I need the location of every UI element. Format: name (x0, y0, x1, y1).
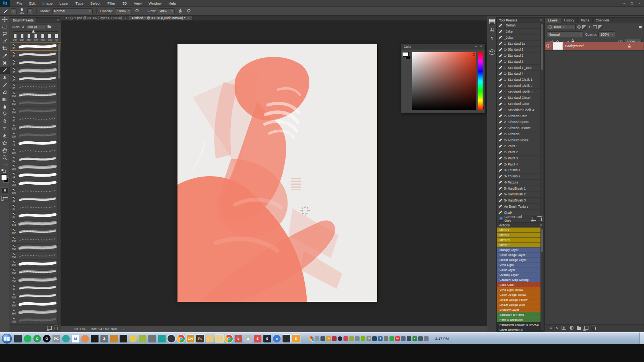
tray-icon[interactable]: S (378, 336, 383, 341)
layer-row[interactable]: Background (545, 42, 644, 51)
layers-panel-tab[interactable]: History (561, 18, 578, 23)
action-row[interactable]: Mirror< (497, 228, 541, 232)
brush-preset-row[interactable]: 90 (10, 115, 61, 123)
menu-item[interactable]: View (130, 0, 145, 7)
healing-brush-tool[interactable] (0, 59, 10, 67)
tray-icon[interactable] (407, 336, 411, 341)
document-tab[interactable]: Untitled-1 @ 33.3% (Quick Mask/8) * × (129, 16, 192, 20)
tray-icon[interactable] (401, 336, 406, 341)
status-options-arrow[interactable]: › (123, 327, 124, 331)
pixel-filter-icon[interactable] (577, 25, 581, 29)
start-button[interactable] (2, 334, 12, 344)
brush-preset-row[interactable]: 33 (10, 203, 61, 211)
action-row[interactable]: Mirror> (497, 233, 541, 237)
eraser-tool[interactable] (0, 88, 10, 96)
brush-preset-row[interactable]: 900 (10, 252, 61, 260)
action-row[interactable]: Color Dodge Yellow (497, 292, 541, 297)
action-row[interactable]: Layer Stroked (2) (497, 327, 541, 331)
action-row[interactable]: Selection to Paths (497, 312, 541, 317)
airbrush-toggle-icon[interactable] (177, 8, 183, 14)
brush-preset-row[interactable]: 236 (10, 292, 61, 300)
brush-column-preset[interactable]: 150 (26, 34, 32, 41)
brush-column-preset[interactable]: 90 (54, 34, 59, 41)
tool-preset-row[interactable]: 2- Airbrush Specs (497, 119, 541, 125)
brush-preset-row[interactable]: 400 (10, 187, 61, 195)
brush-preset-row[interactable]: 60 (10, 75, 61, 83)
styles-panel-icon[interactable] (487, 17, 497, 26)
taskbar-app-icon[interactable] (14, 335, 22, 342)
tool-preset-picker[interactable]: ∨ (11, 8, 16, 14)
tool-preset-row[interactable]: 2- Airbrush Hard (497, 113, 541, 119)
action-row[interactable]: Overlay Layer (497, 272, 541, 277)
taskbar-app-icon[interactable]: S (254, 335, 261, 342)
brush-preset-row[interactable]: 600 (10, 276, 61, 284)
marquee-tool[interactable] (0, 23, 10, 30)
taskbar-clock[interactable]: 2:17 PM (432, 336, 452, 341)
blend-mode-select[interactable]: Normal∨ (52, 8, 93, 14)
actions-menu-icon[interactable]: ≡ (538, 223, 544, 227)
tool-preset-row[interactable]: 5- HardBrush 3 (497, 198, 541, 204)
brush-preset-row[interactable]: 60 (10, 155, 61, 163)
brush-preset-row[interactable]: 187 (10, 228, 61, 236)
taskbar-app-icon[interactable]: a (244, 335, 252, 342)
history-brush-tool[interactable] (0, 81, 10, 88)
taskbar-app-icon[interactable] (110, 335, 118, 342)
brush-column-preset[interactable]: 800 (40, 34, 46, 41)
eyedropper-tool[interactable] (0, 52, 10, 59)
brush-preset-row[interactable]: 150 (10, 147, 61, 155)
taskbar-app-icon[interactable] (81, 335, 89, 342)
taskbar-app-icon[interactable] (225, 335, 233, 342)
delete-tool-preset-icon[interactable] (538, 218, 542, 221)
brush-column-preset[interactable]: 400 (19, 34, 25, 41)
screen-mode-button[interactable] (2, 196, 8, 201)
tool-preset-row[interactable]: 1- Standard 4 _toon (497, 65, 541, 71)
collapse-panel-icon[interactable]: »| (475, 45, 478, 48)
tool-preset-row[interactable]: Chalk (497, 210, 541, 215)
new-layer-icon[interactable] (584, 326, 588, 330)
zoom-level[interactable]: 33.33% (74, 327, 85, 331)
tool-preset-row[interactable]: 3- Thumb 2 (497, 174, 541, 180)
tray-icon[interactable] (384, 336, 388, 341)
type-tool[interactable] (0, 125, 10, 132)
current-tool-icon[interactable] (2, 8, 8, 14)
delete-layer-icon[interactable] (592, 327, 596, 330)
taskbar-app-icon[interactable] (24, 335, 31, 342)
tray-icon[interactable] (424, 336, 429, 341)
brush-preset-row[interactable]: 200 (10, 244, 61, 252)
layers-panel-tab[interactable]: Channels (593, 18, 613, 23)
actions-scrollbar[interactable] (540, 228, 544, 331)
menu-item[interactable]: 3D (119, 0, 130, 7)
tray-icon[interactable]: ✓ (412, 336, 417, 341)
character-panel-icon[interactable]: A| (487, 26, 497, 34)
menu-item[interactable]: Help (165, 0, 179, 7)
layer-blend-mode-select[interactable]: Normal∨ (547, 31, 583, 37)
menu-item[interactable]: File (13, 0, 26, 7)
taskbar-app-icon[interactable] (206, 335, 214, 342)
taskbar-app-icon[interactable]: G (33, 335, 41, 342)
brush-preset-row[interactable]: 400 (10, 316, 61, 324)
tool-preset-row[interactable]: _Delilah (497, 23, 541, 29)
brush-preset-row[interactable]: 200 (10, 107, 61, 115)
quick-selection-tool[interactable] (0, 38, 10, 45)
gradient-tool[interactable] (0, 96, 10, 103)
brush-list-scrollbar[interactable] (58, 43, 61, 324)
tray-icon[interactable]: G (366, 336, 371, 341)
add-mask-icon[interactable] (562, 326, 566, 330)
taskbar-app-icon[interactable] (139, 335, 146, 342)
taskbar-app-icon[interactable] (129, 335, 137, 342)
brush-preset-row[interactable]: 80 (10, 43, 61, 51)
lasso-tool[interactable] (0, 30, 10, 38)
brush-folder-icon[interactable] (48, 26, 51, 28)
tool-preset-row[interactable]: 1- Standard Chalk 2 (497, 83, 541, 89)
action-row[interactable]: Color Layer (497, 267, 541, 272)
brush-column-preset[interactable]: 250 (12, 34, 18, 41)
delete-brush-icon[interactable] (54, 327, 58, 330)
brush-preset-row[interactable]: 400 (10, 91, 61, 99)
flow-select[interactable]: 40%∨ (158, 8, 175, 14)
tool-preset-row[interactable]: 1- Standard 1 (497, 47, 541, 53)
brush-preset-row[interactable]: 250 (10, 131, 61, 139)
taskbar-app-icon[interactable] (177, 335, 185, 342)
brush-preset-row[interactable]: 133 (10, 236, 61, 244)
tool-preset-row[interactable]: 1- Standard 4 (497, 71, 541, 77)
action-row[interactable]: Gradient Map Setting (497, 277, 541, 282)
